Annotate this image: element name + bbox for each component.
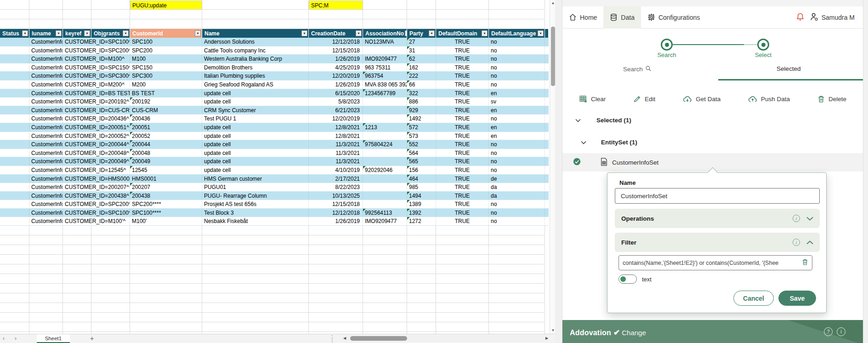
table-cell-status[interactable]: [0, 114, 29, 123]
table-cell-cid[interactable]: 200436: [130, 114, 202, 123]
table-cell-domain[interactable]: TRUE: [436, 192, 489, 200]
vertical-scrollbar[interactable]: ▲ ▼: [550, 0, 555, 334]
table-cell-name[interactable]: update cell: [202, 132, 309, 140]
table-cell-lang[interactable]: no: [489, 72, 545, 80]
table-cell-lang[interactable]: no: [489, 55, 545, 63]
table-cell-party[interactable]: 1389: [407, 200, 436, 208]
table-cell-assoc[interactable]: [363, 183, 407, 191]
table-cell-name[interactable]: PUGU01: [202, 183, 309, 191]
table-cell-name[interactable]: Western Australia Banking Corp: [202, 55, 309, 63]
table-cell-name[interactable]: Grieg Seafood Rogaland AS: [202, 80, 309, 89]
table-cell-name[interactable]: update cell: [202, 157, 309, 166]
table-cell-cid[interactable]: SPC150: [130, 63, 202, 72]
table-cell-domain[interactable]: TRUE: [436, 183, 489, 191]
table-cell-luname[interactable]: CustomerInfo: [29, 123, 63, 131]
table-cell-domain[interactable]: TRUE: [436, 72, 489, 80]
sheet-tab-sheet1[interactable]: Sheet1: [37, 334, 70, 343]
table-cell-party[interactable]: 322: [407, 89, 436, 97]
user-account[interactable]: Samudra M: [810, 12, 863, 23]
table-cell-status[interactable]: [0, 132, 29, 140]
table-cell-keyref[interactable]: CUSTOMER_ID=200192^: [63, 97, 130, 106]
scrollbar-splitter[interactable]: [332, 335, 333, 342]
table-cell-lang[interactable]: no: [489, 200, 545, 208]
filter-dropdown-icon[interactable]: ▼: [429, 30, 435, 36]
table-cell-luname[interactable]: CustomerInfo: [29, 106, 63, 114]
table-cell-cid[interactable]: 200051: [130, 123, 202, 131]
table-cell-luname[interactable]: CustomerInfo: [29, 140, 63, 149]
table-cell-domain[interactable]: TRUE: [436, 123, 489, 131]
info-icon[interactable]: i: [793, 215, 800, 222]
table-cell-name[interactable]: Nesbakk Fiskebåt: [202, 217, 309, 225]
scroll-up-icon[interactable]: ▲: [550, 0, 555, 6]
table-cell-party[interactable]: 985: [407, 183, 436, 191]
table-cell-name[interactable]: Test Block 3: [202, 209, 309, 217]
table-cell-cid[interactable]: M100': [130, 217, 202, 225]
table-cell-party[interactable]: 162: [407, 63, 436, 72]
add-sheet-button[interactable]: +: [90, 335, 94, 342]
table-cell-status[interactable]: [0, 140, 29, 149]
tree-group-selected[interactable]: Selected (1): [562, 114, 863, 126]
table-cell-cid[interactable]: BS TEST: [130, 89, 202, 97]
table-cell-status[interactable]: [0, 106, 29, 114]
table-cell-lang[interactable]: no: [489, 209, 545, 217]
table-cell-keyref[interactable]: CUSTOMER_ID=M200^: [63, 80, 130, 89]
table-cell-domain[interactable]: TRUE: [436, 106, 489, 114]
table-cell-party[interactable]: 1494: [407, 192, 436, 200]
table-cell-keyref[interactable]: CUSTOMER_ID=HMS0001^: [63, 175, 130, 183]
table-cell-keyref[interactable]: CUSTOMER_ID=SPC200****^: [63, 200, 130, 208]
table-cell-assoc[interactable]: MVA 838 065 392: [363, 80, 407, 89]
table-cell-cid[interactable]: 200048: [130, 149, 202, 157]
table-cell-domain[interactable]: TRUE: [436, 209, 489, 217]
table-cell-keyref[interactable]: CUSTOMER_ID=200438^: [63, 192, 130, 200]
table-cell-name[interactable]: Prosjekt AS test 656s: [202, 200, 309, 208]
table-cell-assoc[interactable]: NO123MVA: [363, 38, 407, 46]
tab-search[interactable]: Search: [623, 65, 652, 73]
table-cell-name[interactable]: HMS German customer: [202, 175, 309, 183]
table-cell-status[interactable]: [0, 183, 29, 191]
table-cell-cid[interactable]: 200438: [130, 192, 202, 200]
table-cell-lang[interactable]: en: [489, 132, 545, 140]
table-cell-name[interactable]: Cattle Tools company Inc: [202, 46, 309, 55]
step-search-circle[interactable]: [661, 39, 673, 51]
table-cell-status[interactable]: [0, 217, 29, 225]
delete-button[interactable]: Delete: [817, 95, 846, 103]
table-cell-status[interactable]: [0, 149, 29, 157]
filter-dropdown-icon[interactable]: ▼: [22, 30, 28, 36]
table-cell-party[interactable]: 929: [407, 106, 436, 114]
trash-icon[interactable]: [802, 258, 808, 268]
table-cell-luname[interactable]: CustomerInfo: [29, 114, 63, 123]
table-cell-keyref[interactable]: CUSTOMER_ID=SPC100****^: [63, 209, 130, 217]
text-toggle[interactable]: [618, 274, 637, 284]
chevron-down-icon[interactable]: [575, 117, 581, 124]
table-cell-party[interactable]: 222: [407, 72, 436, 80]
table-cell-domain[interactable]: TRUE: [436, 97, 489, 106]
table-cell-status[interactable]: [0, 80, 29, 89]
table-cell-assoc[interactable]: [363, 46, 407, 55]
table-cell-luname[interactable]: CustomerInfo: [29, 157, 63, 166]
table-cell-assoc[interactable]: 963754: [363, 72, 407, 80]
table-cell-date[interactable]: 6/15/2020: [309, 89, 363, 97]
table-cell-domain[interactable]: TRUE: [436, 38, 489, 46]
table-cell-lang[interactable]: de: [489, 175, 545, 183]
table-cell-lang[interactable]: no: [489, 46, 545, 55]
name-input[interactable]: [615, 188, 820, 204]
notifications-bell-icon[interactable]: [791, 12, 810, 23]
tab-selected[interactable]: Selected: [777, 65, 801, 72]
scroll-left-icon[interactable]: ◀: [342, 335, 347, 342]
table-cell-keyref[interactable]: CUSTOMER_ID=200044^: [63, 140, 130, 149]
nav-item-home[interactable]: Home: [562, 6, 603, 29]
table-cell-cid[interactable]: 12545: [130, 166, 202, 174]
table-cell-status[interactable]: [0, 89, 29, 97]
table-cell-name[interactable]: Italian Plumbing supplies: [202, 72, 309, 80]
table-cell-domain[interactable]: TRUE: [436, 63, 489, 72]
table-cell-date[interactable]: 1/26/2019: [309, 55, 363, 63]
table-cell-lang[interactable]: no: [489, 114, 545, 123]
filter-section-header[interactable]: Filter i: [615, 233, 820, 252]
table-cell-domain[interactable]: TRUE: [436, 89, 489, 97]
table-cell-lang[interactable]: da: [489, 192, 545, 200]
table-cell-date[interactable]: 2/17/2021: [309, 175, 363, 183]
table-cell-luname[interactable]: CustomerInfo: [29, 89, 63, 97]
table-cell-name[interactable]: Test PUGU 1: [202, 114, 309, 123]
table-cell-date[interactable]: 12/8/2021: [309, 132, 363, 140]
operations-section-header[interactable]: Operations i: [615, 209, 820, 228]
